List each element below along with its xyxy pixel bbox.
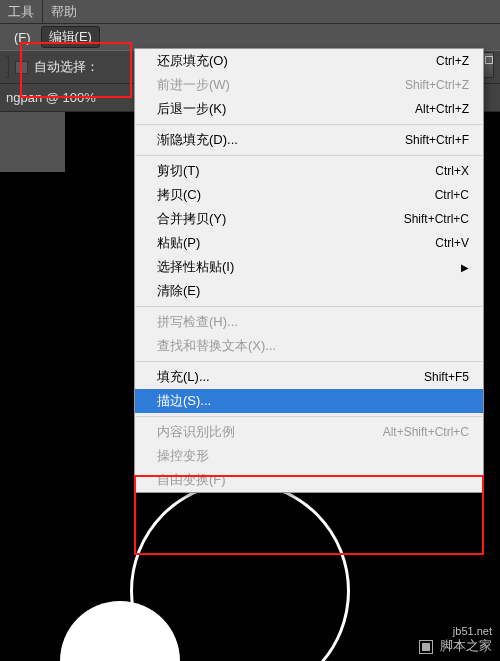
watermark-text: 脚本之家: [440, 638, 492, 653]
menuitem-spellcheck: 拼写检查(H)...: [135, 310, 483, 334]
menuitem-undo[interactable]: 还原填充(O) Ctrl+Z: [135, 49, 483, 73]
submenu-arrow-icon: ▶: [461, 262, 469, 273]
menuitem-content-aware-scale: 内容识别比例 Alt+Shift+Ctrl+C: [135, 420, 483, 444]
panel-tab-help[interactable]: 帮助: [43, 0, 85, 23]
menuitem-paste-special[interactable]: 选择性粘贴(I) ▶: [135, 255, 483, 279]
watermark-logo-icon: [419, 640, 433, 654]
canvas-artwork-outline: [130, 481, 350, 661]
autoselect-checkbox[interactable]: [15, 61, 28, 74]
menuitem-fade[interactable]: 渐隐填充(D)... Shift+Ctrl+F: [135, 128, 483, 152]
autoselect-label: 自动选择：: [34, 58, 99, 76]
menuitem-free-transform: 自由变换(F): [135, 468, 483, 492]
menuitem-step-forward: 前进一步(W) Shift+Ctrl+Z: [135, 73, 483, 97]
panel-tabbar: 工具 帮助: [0, 0, 500, 24]
menuitem-cut[interactable]: 剪切(T) Ctrl+X: [135, 159, 483, 183]
menuitem-step-backward[interactable]: 后退一步(K) Alt+Ctrl+Z: [135, 97, 483, 121]
menuitem-paste[interactable]: 粘贴(P) Ctrl+V: [135, 231, 483, 255]
menu-separator: [136, 155, 482, 156]
panel-tab-tools[interactable]: 工具: [0, 0, 43, 23]
watermark: jb51.net 脚本之家: [419, 625, 492, 655]
menuitem-fill[interactable]: 填充(L)... Shift+F5: [135, 365, 483, 389]
menu-separator: [136, 306, 482, 307]
edit-menu-dropdown: 还原填充(O) Ctrl+Z 前进一步(W) Shift+Ctrl+Z 后退一步…: [134, 48, 484, 493]
menuitem-find-replace-text: 查找和替换文本(X)...: [135, 334, 483, 358]
app-menubar: (F) 编辑(E): [0, 24, 500, 50]
menuitem-clear[interactable]: 清除(E): [135, 279, 483, 303]
document-tab-label: ngpan @ 100%: [6, 90, 96, 105]
menuitem-puppet-warp: 操控变形: [135, 444, 483, 468]
menu-separator: [136, 361, 482, 362]
menu-separator: [136, 416, 482, 417]
watermark-url: jb51.net: [419, 625, 492, 637]
canvas-pasteboard: [0, 112, 65, 172]
menuitem-copy[interactable]: 拷贝(C) Ctrl+C: [135, 183, 483, 207]
menu-separator: [136, 124, 482, 125]
menuitem-stroke[interactable]: 描边(S)...: [135, 389, 483, 413]
menuitem-copy-merged[interactable]: 合并拷贝(Y) Shift+Ctrl+C: [135, 207, 483, 231]
menu-file-partial[interactable]: (F): [6, 28, 39, 47]
toolbar-group-divider: [6, 56, 9, 78]
menu-edit[interactable]: 编辑(E): [41, 26, 100, 48]
